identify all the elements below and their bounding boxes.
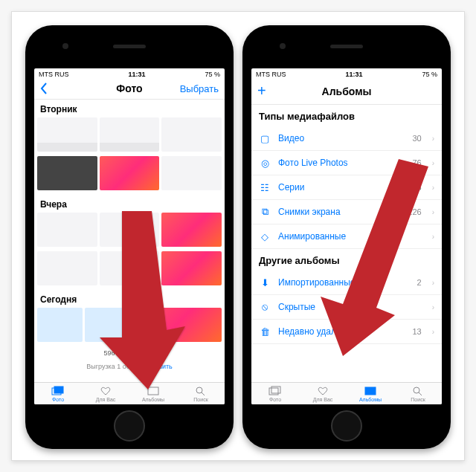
section-today: Сегодня xyxy=(34,290,225,308)
photo-thumb[interactable] xyxy=(100,156,160,190)
tab-search[interactable]: Поиск xyxy=(177,383,225,404)
svg-point-3 xyxy=(196,387,202,393)
photo-thumb[interactable] xyxy=(37,251,97,285)
stop-upload-button[interactable]: Остановить xyxy=(136,363,173,370)
image-frame: MTS RUS 11:31 75 % Фото Выбрать Вторник xyxy=(11,11,465,461)
photo-thumb[interactable] xyxy=(100,251,160,285)
thumb-row xyxy=(34,251,225,290)
chevron-left-icon xyxy=(40,83,48,94)
phone-left: MTS RUS 11:31 75 % Фото Выбрать Вторник xyxy=(25,25,234,449)
home-button[interactable] xyxy=(114,410,145,442)
home-button[interactable] xyxy=(331,410,362,442)
row-videos[interactable]: ▢ Видео 30 › xyxy=(251,126,442,151)
photo-thumb[interactable] xyxy=(161,117,222,152)
row-label: Анимированные xyxy=(278,231,414,242)
photos-content[interactable]: Вторник Вчера xyxy=(34,100,225,382)
add-button[interactable]: + xyxy=(257,83,299,100)
row-imports[interactable]: ⬇ Импортированные 2 › xyxy=(251,271,442,295)
row-count: 2 xyxy=(417,278,422,287)
phone-speaker xyxy=(330,45,363,48)
photo-thumb[interactable] xyxy=(100,117,160,152)
row-label: Фото Live Photos xyxy=(278,158,405,168)
svg-rect-2 xyxy=(148,387,158,395)
tab-photos[interactable]: Фото xyxy=(251,383,299,404)
chevron-right-icon: › xyxy=(429,303,434,311)
photo-thumb[interactable] xyxy=(37,308,83,342)
svg-rect-5 xyxy=(269,388,278,395)
search-icon xyxy=(411,386,425,396)
battery-label: 75 % xyxy=(205,71,220,78)
select-button[interactable]: Выбрать xyxy=(177,83,219,94)
status-bar: MTS RUS 11:31 75 % xyxy=(34,68,225,80)
row-count: 76 xyxy=(412,158,421,167)
section-media-types: Типы медиафайлов xyxy=(251,105,442,126)
photo-thumb[interactable] xyxy=(37,156,97,190)
import-icon: ⬇ xyxy=(259,277,271,288)
photo-count: 596 фото, видео xyxy=(34,346,225,360)
hidden-icon: ⦸ xyxy=(259,301,271,313)
clock-label: 11:31 xyxy=(345,71,362,78)
photo-thumb[interactable] xyxy=(161,251,222,285)
thumb-row xyxy=(34,156,225,195)
photos-icon xyxy=(51,386,65,396)
tab-albums[interactable]: Альбомы xyxy=(347,383,394,404)
chevron-right-icon: › xyxy=(429,233,434,241)
thumb-row xyxy=(34,308,225,346)
row-hidden[interactable]: ⦸ Скрытые › xyxy=(251,295,442,320)
tab-for-you[interactable]: Для Вас xyxy=(299,383,347,404)
tab-photos[interactable]: Фото xyxy=(34,383,82,404)
trash-icon: 🗑 xyxy=(259,326,271,337)
photo-thumb[interactable] xyxy=(100,213,160,247)
section-tuesday: Вторник xyxy=(34,100,225,117)
phone-speaker xyxy=(113,45,146,48)
tab-label: Фото xyxy=(52,397,64,402)
tab-label: Поиск xyxy=(193,397,208,402)
for-you-icon xyxy=(99,386,112,396)
burst-icon: ☷ xyxy=(259,181,271,193)
svg-rect-7 xyxy=(365,387,376,395)
row-label: Видео xyxy=(278,133,405,143)
photo-thumb[interactable] xyxy=(85,308,130,342)
tab-label: Для Вас xyxy=(96,397,116,402)
photo-thumb[interactable] xyxy=(161,213,222,247)
svg-line-9 xyxy=(419,392,422,395)
photo-thumb[interactable] xyxy=(37,117,97,152)
tab-bar: Фото Для Вас Альбомы Поиск xyxy=(34,382,225,404)
nav-title: Альбомы xyxy=(299,85,394,97)
photo-thumb[interactable] xyxy=(132,308,222,342)
row-screenshots[interactable]: ⧉ Снимки экрана 226 › xyxy=(251,200,442,224)
photo-thumb[interactable] xyxy=(161,156,222,190)
row-bursts[interactable]: ☷ Серии 13 › xyxy=(251,175,442,200)
screenshot-icon: ⧉ xyxy=(259,206,271,218)
animated-icon: ◇ xyxy=(259,230,271,242)
screen-albums: MTS RUS 11:31 75 % + Альбомы Типы медиаф… xyxy=(251,68,442,404)
row-live-photos[interactable]: ◎ Фото Live Photos 76 › xyxy=(251,151,442,175)
tab-label: Альбомы xyxy=(359,397,382,402)
photo-thumb[interactable] xyxy=(37,213,97,247)
row-label: Недавно удаленные xyxy=(278,326,405,337)
row-recently-deleted[interactable]: 🗑 Недавно удаленные 13 › xyxy=(251,320,442,344)
upload-status: Выгрузка 1 объ Остановить xyxy=(34,360,225,373)
live-photos-icon: ◎ xyxy=(259,157,271,169)
tab-albums[interactable]: Альбомы xyxy=(129,383,177,404)
svg-rect-6 xyxy=(271,387,280,393)
back-button[interactable] xyxy=(40,83,82,94)
clock-label: 11:31 xyxy=(128,71,145,78)
svg-rect-1 xyxy=(54,387,63,393)
carrier-label: MTS RUS xyxy=(256,71,286,78)
chevron-right-icon: › xyxy=(429,208,434,216)
row-animated[interactable]: ◇ Анимированные › xyxy=(251,224,442,249)
section-other-albums: Другие альбомы xyxy=(251,249,442,271)
screen-photos: MTS RUS 11:31 75 % Фото Выбрать Вторник xyxy=(34,68,225,404)
row-label: Серии xyxy=(278,182,405,193)
tab-for-you[interactable]: Для Вас xyxy=(82,383,129,404)
albums-content[interactable]: Типы медиафайлов ▢ Видео 30 › ◎ Фото Liv… xyxy=(251,105,442,382)
svg-line-4 xyxy=(202,392,205,395)
phone-camera-dot xyxy=(62,43,68,49)
thumb-row xyxy=(34,117,225,156)
chevron-right-icon: › xyxy=(429,328,434,336)
row-count: 13 xyxy=(412,183,421,192)
nav-title: Фото xyxy=(82,83,177,94)
chevron-right-icon: › xyxy=(429,159,434,167)
tab-search[interactable]: Поиск xyxy=(394,383,442,404)
